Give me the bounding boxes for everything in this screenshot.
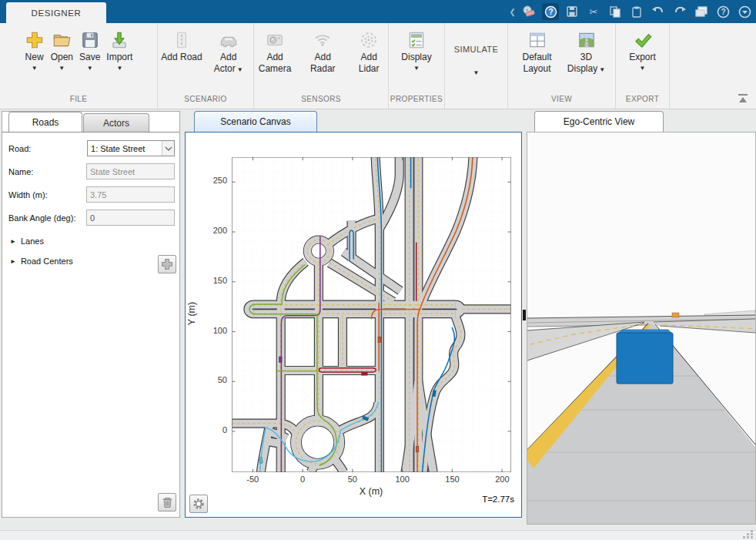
svg-text:?: ?: [721, 8, 725, 16]
x-tick-label: 100: [386, 475, 420, 484]
display-3d-label: 3D Display▼: [565, 52, 608, 75]
minimize-ribbon-button[interactable]: [736, 92, 750, 105]
display-3d-button[interactable]: 3D Display▼: [565, 27, 608, 75]
default-layout-button[interactable]: Default Layout: [516, 27, 559, 75]
layout-windows-icon[interactable]: [693, 3, 710, 20]
name-field[interactable]: [86, 163, 175, 179]
add-actor-button[interactable]: Add Actor▼: [207, 27, 250, 75]
vehicle-marker[interactable]: [433, 391, 437, 397]
y-tick-label: 250: [196, 176, 227, 185]
new-plus-icon: [25, 29, 45, 52]
default-layout-label: Default Layout: [516, 52, 559, 75]
ego-centric-view[interactable]: [527, 132, 756, 525]
vehicle-marker[interactable]: [279, 357, 282, 363]
add-radar-icon: [313, 29, 333, 52]
import-button[interactable]: Import ▼: [106, 27, 132, 72]
resize-grip-icon[interactable]: [743, 530, 754, 538]
help-active-icon[interactable]: ?: [542, 3, 559, 20]
gear-icon: [192, 498, 205, 510]
vehicle-marker[interactable]: [416, 446, 419, 452]
add-lidar-label: Add Lidar: [350, 52, 388, 75]
scenario-map[interactable]: [232, 157, 511, 472]
display-button[interactable]: Display ▼: [401, 27, 431, 72]
simulate-label: SIMULATE: [454, 44, 498, 55]
scenario-canvas[interactable]: -50050100150200050100150200250 X (m) Y (…: [185, 132, 522, 518]
paste-icon[interactable]: [628, 3, 645, 20]
add-camera-icon: [265, 29, 285, 52]
export-check-icon: [633, 29, 653, 52]
width-field[interactable]: [86, 186, 175, 203]
add-road-center-button[interactable]: [158, 255, 176, 273]
more-menu-icon[interactable]: [736, 3, 753, 20]
x-tick-label: 150: [436, 475, 470, 484]
x-tick-label: 50: [336, 475, 370, 484]
redo-icon[interactable]: [671, 3, 688, 20]
group-label-properties: PROPERTIES: [389, 95, 444, 109]
new-label: New: [25, 52, 44, 63]
simulation-time: T=2.77s: [482, 495, 514, 504]
dropdown-arrow-icon: ▼: [413, 65, 420, 72]
dropdown-arrow-icon: ▼: [87, 65, 93, 72]
ribbon-group-properties: Display ▼ PROPERTIES: [389, 23, 445, 109]
save-label: Save: [79, 52, 100, 63]
ego-centric-view-panel: Ego-Centric View: [527, 111, 756, 525]
tab-roads[interactable]: Roads: [8, 112, 82, 132]
add-lidar-button[interactable]: Add Lidar: [350, 27, 388, 75]
save-floppy-icon: [80, 29, 100, 52]
new-button[interactable]: New ▼: [25, 27, 45, 72]
ribbon-toolstrip: New ▼ Open ▼ Save ▼ Import ▼ FILE: [0, 23, 756, 109]
y-tick-label: 50: [196, 375, 227, 384]
collapse-left-icon[interactable]: ❮: [510, 8, 516, 16]
open-label: Open: [51, 52, 73, 63]
group-label-simulate: [445, 95, 507, 109]
ego-3d-scene: [527, 132, 755, 524]
y-tick-label: 150: [196, 276, 227, 285]
help-icon[interactable]: ?: [714, 3, 731, 20]
road-select[interactable]: 1: State Street: [87, 140, 175, 156]
road-centers-section-label: Road Centers: [21, 257, 73, 266]
display-3d-icon: [577, 29, 597, 52]
svg-text:?: ?: [548, 8, 553, 16]
tab-designer[interactable]: DESIGNER: [6, 2, 106, 23]
save-button[interactable]: Save ▼: [79, 27, 100, 72]
dropdown-arrow-icon: ▼: [473, 69, 480, 77]
add-camera-button[interactable]: Add Camera: [254, 27, 296, 75]
width-label: Width (m):: [8, 190, 86, 200]
open-button[interactable]: Open ▼: [51, 27, 73, 72]
vehicle-marker[interactable]: [362, 373, 368, 376]
tab-ego-centric-view[interactable]: Ego-Centric View: [534, 111, 664, 132]
copy-icon[interactable]: [607, 3, 624, 20]
group-label-scenario: SCENARIO: [158, 95, 253, 109]
group-label-file: FILE: [0, 95, 157, 109]
ribbon-group-export: Export ▼ EXPORT: [616, 23, 670, 109]
section-road-centers[interactable]: ► Road Centers: [10, 257, 175, 266]
add-radar-button[interactable]: Add Radar: [302, 27, 343, 75]
ribbon-group-view: Default Layout 3D Display▼ VIEW: [508, 23, 616, 109]
canvas-tabs: Scenario Canvas: [185, 111, 522, 132]
panel-splitter-handle[interactable]: [523, 310, 526, 320]
vehicle-marker[interactable]: [378, 337, 381, 343]
save-icon[interactable]: [564, 3, 580, 20]
name-label: Name:: [8, 167, 86, 176]
tab-actors[interactable]: Actors: [83, 113, 149, 132]
tab-scenario-canvas[interactable]: Scenario Canvas: [194, 111, 317, 132]
add-road-button[interactable]: Add Road: [161, 27, 202, 63]
y-tick-label: 200: [196, 226, 227, 235]
bank-angle-field[interactable]: [86, 210, 175, 226]
ribbon-group-file: New ▼ Open ▼ Save ▼ Import ▼ FILE: [0, 23, 158, 109]
cut-icon[interactable]: ✂: [585, 3, 602, 20]
simulate-button[interactable]: SIMULATE ▼: [454, 27, 498, 77]
undo-icon[interactable]: [650, 3, 667, 20]
group-label-view: VIEW: [508, 95, 615, 109]
export-button[interactable]: Export ▼: [629, 27, 656, 72]
simulation-rewind-icon[interactable]: [520, 3, 537, 20]
section-lanes[interactable]: ► Lanes: [10, 236, 175, 246]
canvas-settings-button[interactable]: [189, 495, 208, 513]
status-bar: [0, 530, 756, 540]
scenario-canvas-panel: Scenario Canvas: [185, 111, 522, 518]
quick-access-toolbar: ❮ ? ✂ ?: [510, 2, 753, 21]
delete-road-button[interactable]: [158, 493, 176, 511]
dropdown-arrow-icon: ▼: [599, 66, 605, 73]
vehicle-marker[interactable]: [259, 457, 263, 463]
add-road-label: Add Road: [161, 52, 202, 63]
